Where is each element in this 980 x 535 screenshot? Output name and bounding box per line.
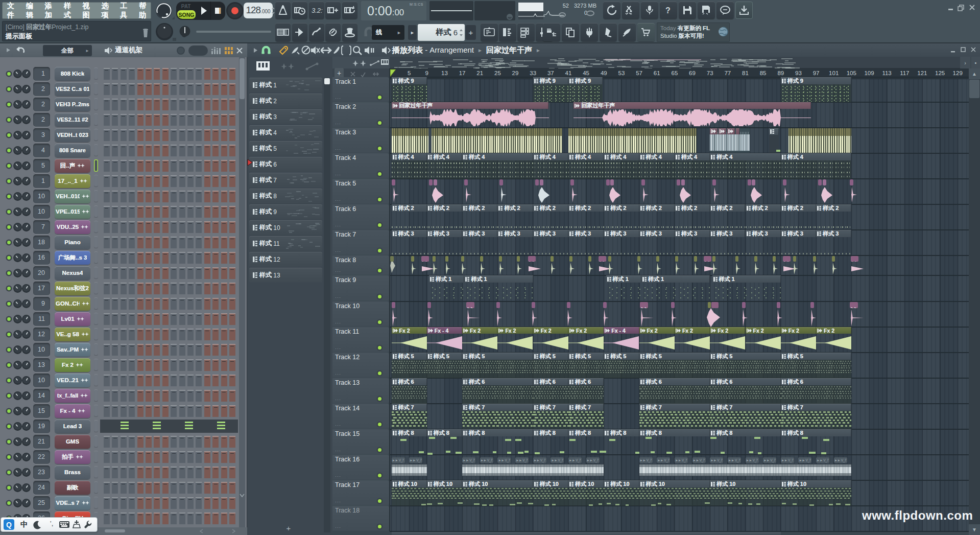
svg-text:3.2:: 3.2: [312, 7, 323, 14]
svg-text:?: ? [665, 6, 671, 15]
